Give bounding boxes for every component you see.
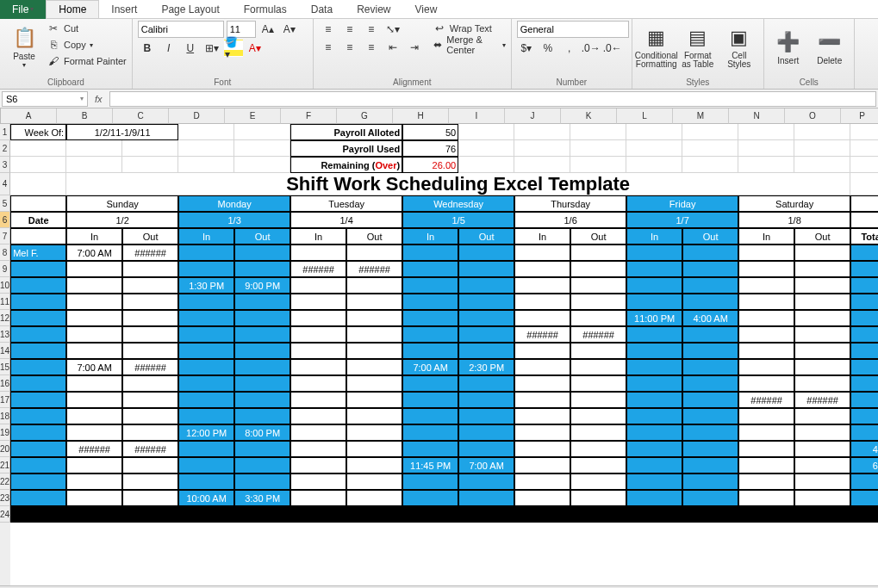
cell[interactable] — [178, 244, 234, 261]
increase-decimal-icon[interactable]: .0→ — [582, 40, 601, 57]
cell[interactable]: Payroll Alloted — [290, 124, 402, 140]
cell[interactable] — [346, 244, 402, 261]
cell[interactable] — [346, 408, 402, 424]
cell[interactable] — [794, 261, 850, 277]
col-header-N[interactable]: N — [729, 108, 785, 124]
cell[interactable]: ###### — [794, 392, 850, 408]
cell[interactable] — [514, 392, 570, 408]
cell[interactable] — [794, 310, 850, 326]
cell[interactable] — [514, 343, 570, 359]
cell[interactable] — [10, 457, 66, 473]
cell[interactable]: Week Of: — [10, 124, 66, 140]
cell[interactable] — [850, 140, 878, 157]
cell[interactable] — [10, 392, 66, 408]
row-header-3[interactable]: 3 — [0, 157, 10, 173]
cell[interactable] — [626, 261, 682, 277]
cell[interactable] — [402, 473, 458, 490]
cell[interactable] — [570, 310, 626, 326]
row-header-5[interactable]: 5 — [0, 195, 10, 212]
cell[interactable] — [626, 457, 682, 473]
cell[interactable]: ###### — [66, 441, 122, 457]
cell[interactable] — [290, 310, 346, 326]
cell[interactable] — [794, 424, 850, 441]
cell[interactable] — [10, 506, 66, 523]
cell[interactable] — [178, 294, 234, 310]
cell[interactable] — [682, 424, 738, 441]
cell[interactable] — [290, 343, 346, 359]
cell[interactable]: 9:00 PM — [234, 277, 290, 294]
cell[interactable] — [290, 408, 346, 424]
cell[interactable] — [122, 294, 178, 310]
cell[interactable] — [234, 375, 290, 392]
cell[interactable] — [178, 473, 234, 490]
cell[interactable] — [682, 473, 738, 490]
cell[interactable] — [10, 157, 66, 173]
cell[interactable] — [458, 124, 514, 140]
cell[interactable] — [570, 490, 626, 506]
cell[interactable] — [458, 244, 514, 261]
cell[interactable] — [10, 326, 66, 343]
cell[interactable] — [738, 140, 794, 157]
row-header-9[interactable]: 9 — [0, 261, 10, 277]
cell[interactable] — [122, 424, 178, 441]
spreadsheet-grid[interactable]: Week Of:1/2/11-1/9/11Payroll Alloted50Pa… — [10, 124, 878, 585]
cell[interactable]: 7:00 AM — [402, 359, 458, 375]
row-header-18[interactable]: 18 — [0, 408, 10, 424]
cell[interactable] — [458, 490, 514, 506]
cell[interactable] — [738, 473, 794, 490]
fx-icon[interactable]: fx — [90, 94, 108, 104]
cell[interactable] — [570, 157, 626, 173]
cell[interactable]: 7:00 AM — [458, 457, 514, 473]
cell[interactable] — [290, 392, 346, 408]
sheet-title[interactable]: Shift Work Scheduling Excel Template — [66, 173, 850, 195]
date-cell[interactable]: 1/5 — [402, 212, 514, 228]
cell[interactable] — [738, 457, 794, 473]
cell[interactable] — [10, 195, 66, 212]
cell[interactable] — [514, 244, 570, 261]
cell[interactable] — [794, 277, 850, 294]
cell[interactable]: Total — [850, 228, 878, 244]
row-header-21[interactable]: 21 — [0, 457, 10, 473]
cell[interactable] — [458, 343, 514, 359]
cell[interactable]: In — [402, 228, 458, 244]
day-header[interactable]: Tuesday — [290, 195, 402, 212]
cell[interactable] — [402, 375, 458, 392]
day-header[interactable]: Sunday — [66, 195, 178, 212]
row-header-1[interactable]: 1 — [0, 124, 10, 140]
row-header-4[interactable]: 4 — [0, 173, 10, 195]
cell[interactable] — [10, 173, 66, 195]
fill-color-button[interactable]: 🪣▾ — [224, 40, 243, 57]
cell[interactable] — [66, 277, 122, 294]
cell[interactable] — [346, 473, 402, 490]
cell[interactable] — [738, 408, 794, 424]
decrease-indent-icon[interactable]: ⇤ — [383, 39, 402, 56]
cell[interactable] — [290, 277, 346, 294]
copy-button[interactable]: ⎘Copy▾ — [47, 37, 127, 53]
cell[interactable] — [346, 457, 402, 473]
cell[interactable]: 2:30 PM — [458, 359, 514, 375]
cell[interactable] — [682, 343, 738, 359]
day-header[interactable]: Monday — [178, 195, 290, 212]
row-header-10[interactable]: 10 — [0, 277, 10, 294]
cell[interactable] — [626, 294, 682, 310]
tab-home[interactable]: Home — [46, 0, 99, 18]
row-header-12[interactable]: 12 — [0, 310, 10, 326]
cell[interactable] — [402, 294, 458, 310]
cell[interactable] — [10, 310, 66, 326]
cell[interactable]: 11:45 PM — [402, 457, 458, 473]
cell[interactable] — [626, 277, 682, 294]
cell[interactable] — [458, 424, 514, 441]
cell[interactable] — [794, 441, 850, 457]
cell[interactable] — [402, 277, 458, 294]
col-header-G[interactable]: G — [337, 108, 393, 124]
row-header-17[interactable]: 17 — [0, 392, 10, 408]
row-header-6[interactable]: 6 — [0, 212, 10, 228]
formula-input[interactable] — [109, 91, 876, 107]
cell[interactable] — [458, 441, 514, 457]
cell[interactable]: 10:00 AM — [178, 490, 234, 506]
cell[interactable] — [290, 457, 346, 473]
cell[interactable] — [682, 277, 738, 294]
cell[interactable] — [346, 343, 402, 359]
tab-formulas[interactable]: Formulas — [232, 1, 299, 18]
cell[interactable]: ###### — [738, 392, 794, 408]
